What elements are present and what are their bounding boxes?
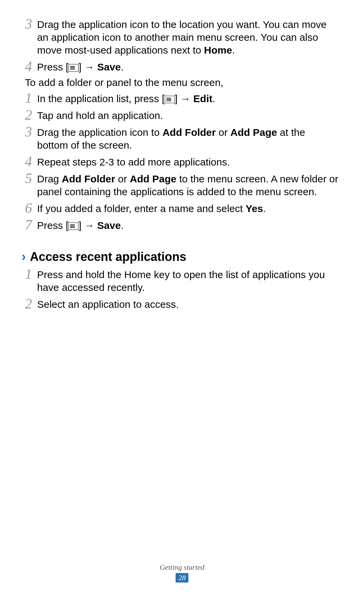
step-a-4: 4 Press [] → Save. xyxy=(25,61,338,73)
step-body: If you added a folder, enter a name and … xyxy=(37,202,338,215)
step-b-4: 4 Repeat steps 2-3 to add more applicati… xyxy=(25,156,338,169)
page-content: 3 Drag the application icon to the locat… xyxy=(25,18,338,311)
step-number: 1 xyxy=(25,268,32,280)
footer-section-label: Getting started xyxy=(0,563,364,572)
step-b-6: 6 If you added a folder, enter a name an… xyxy=(25,202,338,215)
chevron-icon: › xyxy=(22,250,26,263)
step-number: 1 xyxy=(25,92,32,105)
step-number: 2 xyxy=(25,109,32,121)
step-c-2: 2 Select an application to access. xyxy=(25,298,338,311)
step-number: 5 xyxy=(25,172,32,185)
step-body: Press [] → Save. xyxy=(37,219,338,232)
step-b-5: 5 Drag Add Folder or Add Page to the men… xyxy=(25,173,338,198)
step-body: Drag Add Folder or Add Page to the menu … xyxy=(37,173,338,198)
step-number: 3 xyxy=(25,18,32,30)
step-body: Drag the application icon to Add Folder … xyxy=(37,126,338,152)
step-a-3: 3 Drag the application icon to the locat… xyxy=(25,18,338,57)
menu-icon xyxy=(68,222,79,230)
step-number: 2 xyxy=(25,297,32,310)
section-title: Access recent applications xyxy=(30,250,186,264)
step-number: 4 xyxy=(25,60,32,73)
page-number-badge: 28 xyxy=(176,573,188,583)
step-b-3: 3 Drag the application icon to Add Folde… xyxy=(25,126,338,152)
section-heading: › Access recent applications xyxy=(22,250,338,264)
step-body: Drag the application icon to the locatio… xyxy=(37,18,338,57)
step-body: Press and hold the Home key to open the … xyxy=(37,268,338,294)
step-body: In the application list, press [] → Edit… xyxy=(37,92,338,105)
intro-line: To add a folder or panel to the menu scr… xyxy=(25,76,338,89)
step-number: 6 xyxy=(25,202,32,214)
step-body: Tap and hold an application. xyxy=(37,109,338,122)
page-footer: Getting started 28 xyxy=(0,563,364,583)
step-body: Repeat steps 2-3 to add more application… xyxy=(37,156,338,169)
menu-icon xyxy=(68,64,79,71)
step-number: 7 xyxy=(25,218,32,231)
step-b-7: 7 Press [] → Save. xyxy=(25,219,338,232)
step-number: 4 xyxy=(25,155,32,168)
step-c-1: 1 Press and hold the Home key to open th… xyxy=(25,268,338,294)
step-b-1: 1 In the application list, press [] → Ed… xyxy=(25,92,338,105)
step-b-2: 2 Tap and hold an application. xyxy=(25,109,338,122)
menu-icon xyxy=(165,96,175,103)
step-number: 3 xyxy=(25,125,32,138)
step-body: Select an application to access. xyxy=(37,298,338,311)
step-body: Press [] → Save. xyxy=(37,61,338,73)
